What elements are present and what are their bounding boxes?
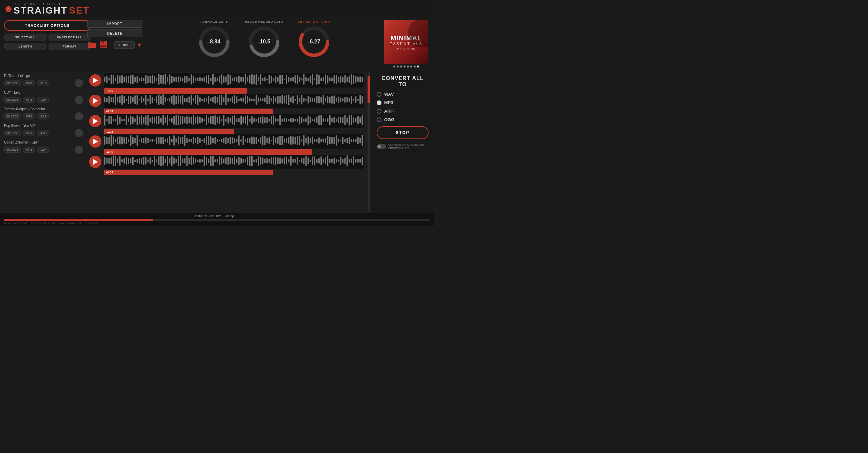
track-format-4: MP3 — [23, 147, 35, 153]
svg-rect-487 — [351, 139, 352, 142]
folder-icon[interactable] — [87, 40, 97, 51]
svg-rect-508 — [134, 160, 136, 162]
svg-rect-293 — [193, 115, 194, 125]
svg-rect-440 — [249, 138, 251, 143]
dot-1 — [393, 65, 395, 68]
track-toggle-2[interactable] — [75, 112, 83, 120]
track-toggle-4[interactable] — [75, 146, 83, 154]
svg-rect-275 — [154, 117, 155, 123]
track-duration-1: 00:05:33 — [3, 97, 21, 103]
lufs-bar-container-0: -11.6 — [104, 88, 364, 94]
svg-rect-236 — [331, 96, 333, 103]
album-dots — [393, 65, 419, 68]
svg-rect-113 — [327, 75, 328, 83]
play-button-2[interactable] — [89, 115, 101, 127]
play-button-1[interactable] — [89, 95, 101, 107]
svg-rect-436 — [240, 139, 242, 141]
svg-rect-112 — [325, 75, 326, 84]
delete-button[interactable]: DELETE — [87, 30, 142, 37]
svg-rect-97 — [292, 77, 294, 81]
scroll-track[interactable] — [368, 73, 370, 212]
radio-ogg[interactable] — [377, 117, 381, 122]
play-button-4[interactable] — [89, 156, 101, 168]
svg-rect-228 — [314, 98, 315, 101]
stop-button[interactable]: STOP — [377, 126, 429, 139]
track-duration-0: 00:05:33 — [3, 80, 21, 86]
svg-rect-197 — [247, 96, 248, 103]
svg-rect-280 — [165, 117, 166, 123]
select-all-button[interactable]: SELECT ALL — [4, 34, 46, 41]
svg-rect-462 — [297, 136, 298, 145]
unselect-all-button[interactable]: UNSELECT ALL — [48, 34, 91, 41]
svg-rect-254 — [108, 116, 110, 124]
svg-rect-478 — [331, 137, 333, 144]
lufs-bar-container-3: -4.96 — [104, 149, 364, 155]
radio-aiff[interactable] — [377, 109, 381, 114]
svg-rect-189 — [230, 98, 231, 101]
import-button[interactable]: IMPORT — [87, 20, 142, 28]
arrow-icon[interactable]: ▼ — [137, 42, 143, 49]
track-list-column: DaTrue - Let's go 00:05:33 MP3 -11.6 UBY… — [0, 71, 86, 213]
svg-rect-180 — [210, 98, 212, 101]
conversion-toggle[interactable] — [377, 144, 386, 149]
waveform-track-3 — [104, 134, 364, 149]
svg-rect-334 — [281, 119, 283, 121]
lufs-button[interactable]: LUFS — [114, 41, 135, 49]
track-toggle-1[interactable] — [75, 96, 83, 104]
svg-rect-237 — [334, 95, 335, 104]
svg-rect-537 — [197, 160, 198, 162]
length-button[interactable]: LENGTH — [4, 43, 46, 50]
svg-rect-544 — [212, 156, 214, 166]
radio-mp3[interactable] — [377, 100, 381, 105]
svg-rect-327 — [267, 117, 268, 123]
svg-rect-558 — [243, 159, 244, 163]
svg-rect-297 — [201, 118, 203, 122]
average-lufs-value: -8.84 — [208, 39, 220, 45]
svg-rect-323 — [258, 117, 259, 123]
save-icon[interactable] — [99, 40, 108, 51]
svg-rect-235 — [329, 97, 331, 103]
svg-rect-499 — [115, 156, 116, 166]
svg-rect-428 — [223, 138, 224, 144]
svg-rect-357 — [331, 118, 333, 122]
svg-rect-557 — [240, 158, 242, 164]
svg-rect-294 — [195, 117, 196, 123]
svg-rect-473 — [320, 139, 322, 142]
svg-rect-370 — [359, 117, 361, 122]
format-button[interactable]: FORMAT — [48, 43, 91, 50]
select-unselect-row: SELECT ALL UNSELECT ALL — [4, 34, 91, 41]
svg-rect-88 — [273, 78, 274, 81]
svg-rect-540 — [204, 156, 205, 166]
svg-rect-107 — [314, 78, 315, 80]
track-toggle-3[interactable] — [75, 129, 83, 137]
radio-wav[interactable] — [377, 92, 381, 97]
format-option-ogg[interactable]: OGG — [377, 117, 429, 122]
svg-rect-157 — [160, 96, 162, 104]
scroll-thumb[interactable] — [368, 76, 370, 103]
svg-rect-271 — [145, 116, 146, 125]
svg-rect-345 — [305, 118, 307, 122]
svg-rect-279 — [162, 115, 164, 125]
svg-rect-373 — [104, 136, 105, 145]
format-option-mp3[interactable]: MP3 — [377, 100, 429, 105]
svg-rect-173 — [195, 95, 196, 104]
track-toggle-0[interactable] — [75, 79, 83, 87]
svg-rect-545 — [215, 159, 216, 162]
svg-rect-219 — [295, 99, 296, 100]
format-label-aiff: AIFF — [384, 109, 394, 114]
svg-rect-503 — [123, 158, 125, 164]
svg-rect-325 — [262, 116, 263, 124]
tracklist-options-button[interactable]: TRACKLIST OPTIONS — [4, 20, 91, 31]
svg-rect-395 — [152, 139, 153, 142]
svg-rect-598 — [329, 159, 331, 163]
svg-rect-267 — [137, 115, 138, 125]
format-option-wav[interactable]: WAV — [377, 92, 429, 97]
play-button-3[interactable] — [89, 135, 101, 148]
format-option-aiff[interactable]: AIFF — [377, 109, 429, 114]
svg-rect-381 — [121, 137, 123, 144]
play-button-0[interactable] — [89, 74, 101, 87]
svg-rect-299 — [206, 115, 207, 125]
svg-rect-571 — [271, 157, 272, 164]
svg-rect-142 — [128, 96, 129, 104]
convert-title: CONVERT ALL TO — [377, 75, 429, 88]
